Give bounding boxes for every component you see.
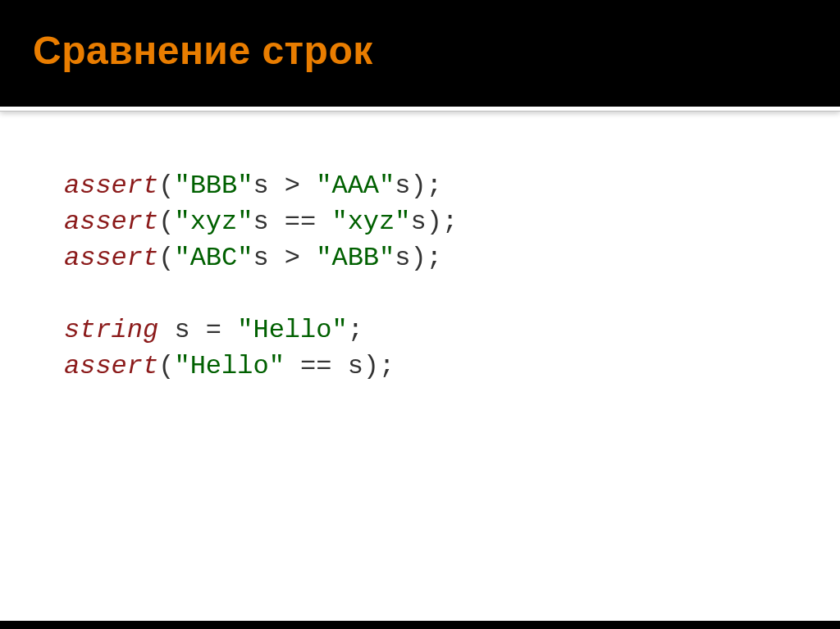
- code-line: string s = "Hello";: [64, 312, 840, 349]
- code-line: assert("xyz"s == "xyz"s);: [64, 204, 840, 240]
- code-token: "ABC": [174, 243, 253, 273]
- slide: Сравнение строк assert("BBB"s > "AAA"s);…: [0, 0, 840, 629]
- code-token: "xyz": [174, 207, 253, 237]
- code-token: s >: [253, 171, 316, 201]
- code-token: s >: [253, 243, 316, 273]
- code-token: s);: [410, 207, 458, 237]
- code-token: "Hello": [237, 315, 347, 345]
- code-token: assert: [64, 171, 158, 201]
- code-token: assert: [64, 207, 158, 237]
- content-area: assert("BBB"s > "AAA"s);assert("xyz"s ==…: [0, 111, 840, 618]
- code-token: "xyz": [331, 207, 410, 237]
- code-token: == s);: [285, 351, 395, 381]
- code-token: assert: [64, 243, 158, 273]
- code-token: s =: [158, 315, 237, 345]
- code-block: assert("BBB"s > "AAA"s);assert("xyz"s ==…: [64, 168, 840, 385]
- code-token: "Hello": [174, 351, 284, 381]
- code-token: s);: [395, 171, 442, 201]
- code-token: (: [158, 351, 174, 381]
- code-token: (: [158, 243, 174, 273]
- code-token: assert: [64, 351, 158, 381]
- code-line: assert("ABC"s > "ABB"s);: [64, 240, 840, 276]
- slide-title: Сравнение строк: [33, 28, 840, 73]
- code-line: assert("BBB"s > "AAA"s);: [64, 168, 840, 204]
- header-divider: [0, 107, 840, 111]
- code-token: ;: [348, 315, 363, 345]
- header: Сравнение строк: [0, 0, 840, 107]
- code-line: assert("Hello" == s);: [64, 349, 840, 385]
- footer-divider: [0, 618, 840, 629]
- code-token: "AAA": [316, 171, 395, 201]
- code-token: s);: [395, 243, 442, 273]
- code-token: "ABB": [316, 243, 395, 273]
- code-token: (: [158, 171, 174, 201]
- code-line: [64, 276, 840, 312]
- code-token: (: [158, 207, 174, 237]
- code-token: string: [64, 315, 158, 345]
- code-token: s ==: [253, 207, 331, 237]
- code-token: "BBB": [174, 171, 253, 201]
